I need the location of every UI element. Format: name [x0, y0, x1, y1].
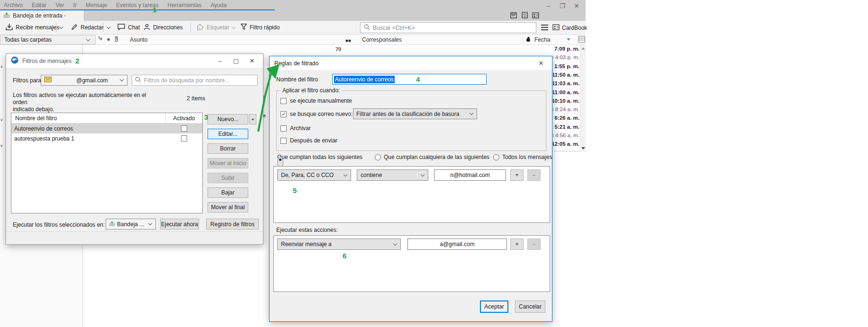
menu-archivo[interactable]: Archivo: [4, 2, 23, 9]
folder-twisty-icon[interactable]: ∨: [0, 143, 3, 148]
star-column-icon[interactable]: ★: [106, 36, 111, 43]
message-date-cell[interactable]: 18 4:56 a. m.: [553, 133, 579, 138]
filter-action-button-borrar[interactable]: Borrar: [208, 143, 248, 154]
checkbox-checked-icon[interactable]: [280, 111, 287, 117]
filter-name: Autoreenvio de correos: [11, 125, 165, 132]
filter-action-button-mover-al-inicio[interactable]: Mover al inicio: [208, 158, 248, 168]
dialog-close-button[interactable]: ✕: [533, 56, 549, 70]
filter-action-button-nuevo[interactable]: Nuevo...: [208, 114, 248, 124]
message-date-cell[interactable]: 18 8:24 a. m.: [553, 106, 579, 112]
cardbook-button[interactable]: CardBook: [552, 22, 587, 33]
column-enabled[interactable]: Activado: [165, 113, 202, 124]
filter-enabled-checkbox[interactable]: [181, 125, 187, 132]
menu-mensaje[interactable]: Mensaje: [86, 2, 107, 9]
message-date-cell[interactable]: 018 11:00 a. m.: [553, 89, 579, 95]
menu-ver[interactable]: Ver: [55, 2, 64, 9]
write-button[interactable]: Redactar: [71, 21, 104, 34]
contacts-icon[interactable]: [532, 11, 539, 19]
remove-condition-button[interactable]: −: [527, 169, 541, 181]
message-date-cell[interactable]: 018 10:10 a. m.: [553, 98, 579, 104]
menu-ayuda[interactable]: Ayuda: [211, 2, 227, 9]
account-dropdown[interactable]: @gmail.com: [41, 75, 127, 86]
filter-row[interactable]: autorespuesta prueba 1: [11, 133, 202, 143]
add-condition-button[interactable]: +: [510, 169, 524, 181]
condition-operator-select[interactable]: contiene: [357, 169, 428, 181]
write-dropdown[interactable]: [107, 21, 110, 34]
message-date-cell[interactable]: 018 1:55 p. m.: [553, 63, 579, 69]
message-date-cell[interactable]: 018 5:21 a. m.: [553, 124, 579, 130]
filter-action-button-editar[interactable]: Editar...: [208, 129, 248, 139]
global-search-input[interactable]: Buscar <Ctrl+K>: [360, 22, 536, 33]
filter-row[interactable]: Autoreenvio de correos: [11, 124, 202, 133]
filter-enabled-checkbox[interactable]: [181, 135, 187, 141]
checkbox-unchecked-icon[interactable]: [280, 98, 287, 104]
folder-twisty-icon[interactable]: ∨: [0, 64, 3, 69]
filter-name-input[interactable]: Autoreenvio de correos 4: [332, 74, 487, 85]
tasks-icon[interactable]: [521, 11, 528, 19]
calendar-icon[interactable]: [510, 11, 517, 19]
dialog-minimize-button[interactable]: –: [212, 54, 228, 68]
column-filter-name[interactable]: Nombre del filtro: [11, 115, 165, 122]
message-date-cell[interactable]: 018 11:03 a. m.: [553, 80, 579, 86]
filter-action-button-bajar[interactable]: Bajar: [208, 187, 248, 198]
add-action-button[interactable]: +: [510, 239, 524, 250]
column-correspondents[interactable]: Corresponsales: [362, 36, 402, 43]
column-subject[interactable]: Asunto: [130, 36, 147, 43]
cardbook-icon: [552, 24, 560, 32]
app-menu-icon[interactable]: [541, 25, 548, 30]
match-every-radio[interactable]: Todos los mensajes: [493, 154, 552, 160]
filter-search-input[interactable]: Filtros de búsqueda por nombre...: [132, 75, 258, 86]
dialog-maximize-button[interactable]: ▢: [228, 54, 244, 68]
radio-icon[interactable]: [375, 154, 381, 160]
scroll-up-icon[interactable]: [581, 47, 585, 50]
condition-field-select[interactable]: De, Para, CC o CCO: [277, 169, 351, 181]
radio-icon[interactable]: [493, 154, 499, 160]
addresses-button[interactable]: Direcciones: [144, 21, 183, 34]
tab-inbox[interactable]: Bandeja de entrada -: [0, 10, 84, 21]
folder-selector-dropdown[interactable]: Todas las carpetas: [0, 35, 96, 44]
filter-action-button-subir[interactable]: Subir: [208, 173, 248, 183]
scroll-down-icon[interactable]: [581, 147, 585, 150]
condition-value-input[interactable]: n@hotmail.com: [434, 169, 506, 181]
run-folder-dropdown[interactable]: Bandeja ...: [106, 219, 156, 230]
filter-rules-dialog: Reglas de filtrado ✕ Nombre del filtro A…: [269, 56, 552, 322]
accept-button[interactable]: Aceptar: [480, 300, 508, 313]
quick-filter-label: Filtro rápido: [250, 24, 280, 31]
junk-classification-dropdown[interactable]: Filtrar antes de la clasificación de bas…: [353, 108, 477, 119]
message-date-cell[interactable]: 018 12:05 a. m.: [553, 141, 579, 147]
filter-action-button-mover-al-final[interactable]: Mover al final: [208, 202, 248, 212]
match-all-radio[interactable]: Que cumplan todas los siguientes: [277, 154, 362, 160]
new-mail-checkbox-row[interactable]: se busque correo nuevo:: [280, 111, 353, 117]
filter-log-button[interactable]: Registro de filtros: [206, 219, 259, 230]
archive-checkbox-row[interactable]: Archivar: [280, 125, 311, 132]
column-date[interactable]: Fecha: [534, 36, 550, 43]
manual-run-checkbox-row[interactable]: se ejecute manualmente: [280, 97, 352, 104]
checkbox-unchecked-icon[interactable]: [280, 138, 287, 144]
message-date-cell[interactable]: 018 6:26 a. m.: [553, 115, 579, 121]
junk-column-icon[interactable]: [526, 36, 531, 44]
message-date-cell[interactable]: 018 11:50 a. m.: [553, 72, 579, 78]
run-now-button[interactable]: Ejecutar ahora: [160, 219, 199, 230]
thread-column-icon[interactable]: [98, 36, 103, 43]
action-select[interactable]: Reenviar mensaje a: [277, 239, 401, 250]
quick-filter-button[interactable]: Filtro rápido: [241, 21, 280, 34]
folder-twisty-icon[interactable]: ∨: [0, 117, 3, 122]
message-date-cell[interactable]: 018 7:09 p. m.: [553, 46, 579, 52]
message-date-cell[interactable]: 18 4:03 p. m.: [553, 54, 579, 60]
tag-button[interactable]: Etiquetar: [197, 21, 235, 34]
get-messages-button[interactable]: Recibir mensajes: [6, 21, 59, 34]
menu-editar[interactable]: Editar: [32, 2, 46, 9]
after-send-checkbox-row[interactable]: Después de enviar: [280, 137, 337, 144]
column-picker-icon[interactable]: [579, 36, 585, 43]
attachment-column-icon[interactable]: [114, 36, 118, 43]
menu-herramientas[interactable]: Herramientas: [167, 2, 201, 9]
menu-ir[interactable]: Ir: [73, 2, 76, 9]
match-any-radio[interactable]: Que cumplan cualquiera de las siguientes: [375, 154, 489, 160]
message-list-scrollbar[interactable]: [580, 45, 586, 152]
remove-action-button[interactable]: −: [527, 239, 541, 250]
cancel-button[interactable]: Cancelar: [515, 300, 545, 313]
action-value-input[interactable]: a@gmail.com: [407, 239, 507, 250]
checkbox-unchecked-icon[interactable]: [280, 125, 287, 132]
get-messages-dropdown[interactable]: [60, 21, 63, 34]
chat-button[interactable]: Chat: [118, 21, 140, 34]
